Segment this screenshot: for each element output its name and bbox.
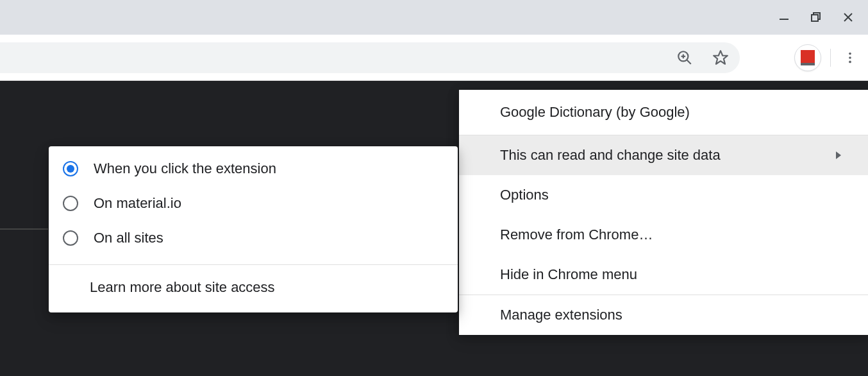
menu-item-manage-extensions[interactable]: Manage extensions	[459, 295, 868, 335]
radio-option-on-click[interactable]: When you click the extension	[49, 146, 458, 186]
menu-item-remove[interactable]: Remove from Chrome…	[459, 215, 868, 255]
window-close-button[interactable]	[832, 4, 864, 30]
window-restore-button[interactable]	[800, 4, 832, 30]
radio-icon	[63, 161, 78, 176]
radio-option-all-sites[interactable]: On all sites	[49, 221, 458, 255]
extension-avatar[interactable]	[794, 44, 821, 71]
menu-item-hide[interactable]: Hide in Chrome menu	[459, 255, 868, 295]
menu-item-site-data[interactable]: This can read and change site data	[459, 135, 868, 175]
bookmark-star-icon[interactable]	[710, 47, 731, 68]
radio-label: On material.io	[94, 195, 181, 212]
zoom-icon[interactable]	[674, 47, 695, 68]
radio-label: On all sites	[94, 230, 163, 246]
svg-marker-9	[714, 51, 728, 64]
chrome-menu-icon[interactable]	[840, 47, 860, 68]
omnibox[interactable]	[0, 42, 740, 73]
svg-point-10	[849, 53, 851, 55]
radio-label: When you click the extension	[94, 160, 276, 177]
menu-item-options[interactable]: Options	[459, 175, 868, 215]
svg-rect-2	[812, 15, 818, 21]
window-minimize-button[interactable]	[768, 4, 800, 30]
menu-item-label: Remove from Chrome…	[500, 226, 653, 243]
svg-marker-13	[836, 151, 841, 159]
radio-option-on-site[interactable]: On material.io	[49, 186, 458, 221]
radio-icon	[63, 196, 78, 211]
svg-point-11	[849, 56, 851, 59]
toolbar-separator	[830, 49, 831, 67]
radio-icon	[63, 230, 78, 246]
window-titlebar	[0, 0, 868, 35]
extension-icon	[801, 50, 815, 65]
submenu-arrow-icon	[835, 147, 842, 164]
extension-context-menu-title: Google Dictionary (by Google)	[459, 90, 868, 135]
menu-item-label: Options	[500, 187, 549, 203]
page-divider	[0, 228, 48, 230]
svg-line-6	[687, 60, 691, 64]
site-access-submenu: When you click the extension On material…	[49, 146, 458, 312]
learn-more-label: Learn more about site access	[90, 279, 275, 295]
learn-more-link[interactable]: Learn more about site access	[49, 265, 458, 312]
svg-point-12	[849, 61, 851, 64]
menu-item-label: Hide in Chrome menu	[500, 266, 637, 283]
menu-item-label: Manage extensions	[500, 307, 622, 323]
menu-item-label: This can read and change site data	[500, 147, 721, 164]
browser-toolbar	[0, 35, 868, 81]
extension-context-menu: Google Dictionary (by Google) This can r…	[459, 90, 868, 335]
